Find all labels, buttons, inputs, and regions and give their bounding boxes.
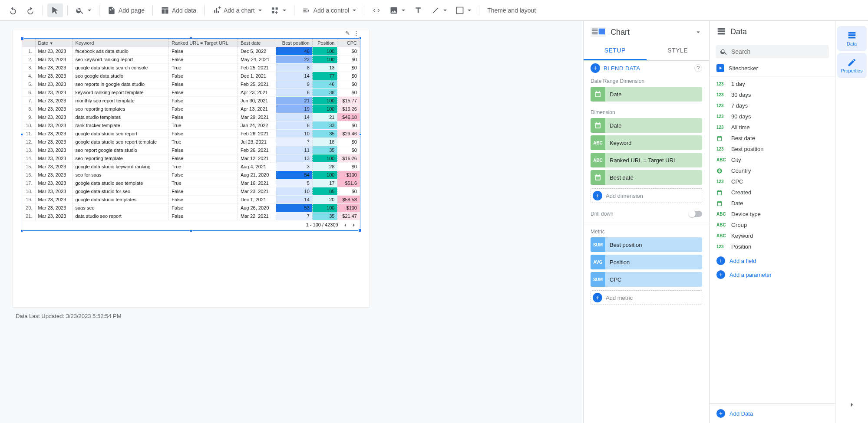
field-item[interactable]: ABCGroup bbox=[710, 220, 835, 230]
chart-type-icon[interactable] bbox=[591, 27, 606, 37]
add-chart-button[interactable]: Add a chart bbox=[209, 3, 265, 17]
col-header[interactable]: Ranked URL = Target URL bbox=[169, 39, 238, 47]
table-row[interactable]: 13.Mar 23, 2023seo report google data st… bbox=[22, 146, 360, 154]
rail-properties-button[interactable]: Properties bbox=[837, 53, 867, 78]
col-header[interactable]: Best position bbox=[276, 39, 312, 47]
dimension-chip[interactable]: Date bbox=[591, 118, 702, 133]
field-item[interactable]: 123All time bbox=[710, 122, 835, 133]
text-button[interactable] bbox=[410, 3, 426, 17]
expand-rail-icon[interactable] bbox=[848, 401, 856, 410]
table-chart[interactable]: ✎ ⋮ Date ▼KeywordRanked URL = Target URL… bbox=[22, 38, 360, 231]
section-metric: Metric bbox=[584, 224, 709, 237]
field-item[interactable]: ABCCity bbox=[710, 154, 835, 165]
add-parameter-link[interactable]: +Add a parameter bbox=[710, 268, 835, 282]
table-row[interactable]: 1.Mar 23, 2023facebook ads data studioFa… bbox=[22, 47, 360, 56]
svg-rect-5 bbox=[599, 29, 605, 35]
col-header[interactable]: Keyword bbox=[73, 39, 169, 47]
shape-button[interactable] bbox=[452, 3, 475, 17]
table-row[interactable]: 12.Mar 23, 2023google data studio seo re… bbox=[22, 138, 360, 146]
dimension-chip[interactable]: ABCKeyword bbox=[591, 135, 702, 150]
tab-style[interactable]: STYLE bbox=[647, 42, 710, 60]
field-item[interactable]: 123Best position bbox=[710, 144, 835, 154]
tab-setup[interactable]: SETUP bbox=[584, 42, 647, 60]
collapse-chart-icon[interactable] bbox=[694, 28, 702, 36]
add-data-button[interactable]: Add data bbox=[157, 3, 200, 17]
metric-chip[interactable]: AVGPosition bbox=[591, 255, 702, 269]
search-input[interactable] bbox=[731, 48, 825, 55]
drill-down-toggle[interactable] bbox=[689, 211, 702, 217]
field-item[interactable]: Country bbox=[710, 165, 835, 176]
table-row[interactable]: 14.Mar 23, 2023seo reporting templateFal… bbox=[22, 154, 360, 163]
theme-layout-button[interactable]: Theme and layout bbox=[484, 4, 539, 16]
field-item[interactable]: ABCKeyword bbox=[710, 230, 835, 241]
col-header[interactable]: CPC bbox=[337, 39, 360, 47]
zoom-button[interactable] bbox=[72, 3, 95, 17]
add-field-link[interactable]: +Add a field bbox=[710, 254, 835, 268]
field-item[interactable]: ABCDevice type bbox=[710, 209, 835, 220]
drd-chip-date[interactable]: Date bbox=[591, 87, 702, 102]
search-icon bbox=[720, 48, 728, 56]
field-item[interactable]: 1231 day bbox=[710, 79, 835, 89]
col-header[interactable]: Best date bbox=[238, 39, 276, 47]
table-row[interactable]: 19.Mar 23, 2023google data studio templa… bbox=[22, 196, 360, 204]
col-header[interactable]: Position bbox=[312, 39, 337, 47]
table-row[interactable]: 16.Mar 23, 2023seo for saasFalseAug 21, … bbox=[22, 171, 360, 179]
drill-down-label: Drill down bbox=[591, 211, 614, 217]
data-source-row[interactable]: Sitechecker bbox=[710, 62, 835, 77]
metric-chip[interactable]: SUMBest position bbox=[591, 237, 702, 252]
report-canvas[interactable]: ✎ ⋮ Date ▼KeywordRanked URL = Target URL… bbox=[0, 21, 583, 423]
dimension-chip[interactable]: Best date bbox=[591, 170, 702, 185]
field-item[interactable]: Date bbox=[710, 198, 835, 209]
field-item[interactable]: 1237 days bbox=[710, 100, 835, 111]
blend-data-icon[interactable]: + bbox=[591, 63, 600, 73]
undo-button[interactable] bbox=[5, 3, 21, 17]
table-row[interactable]: 17.Mar 23, 2023google data studio seo te… bbox=[22, 179, 360, 187]
help-icon[interactable]: ? bbox=[694, 64, 702, 72]
community-viz-button[interactable] bbox=[267, 3, 290, 17]
table-row[interactable]: 9.Mar 23, 2023data studio templatesFalse… bbox=[22, 113, 360, 121]
field-item[interactable]: 123CPC bbox=[710, 176, 835, 187]
field-item[interactable]: Created bbox=[710, 187, 835, 198]
add-page-button[interactable]: Add page bbox=[104, 3, 148, 17]
table-row[interactable]: 18.Mar 23, 2023google data studio for se… bbox=[22, 187, 360, 196]
edit-chart-icon[interactable]: ✎ bbox=[344, 29, 351, 37]
table-row[interactable]: 11.Mar 23, 2023google data studio seo re… bbox=[22, 130, 360, 138]
rail-data-button[interactable]: Data bbox=[837, 26, 867, 51]
dimension-chip[interactable]: ABCRanked URL = Target URL bbox=[591, 153, 702, 167]
line-button[interactable] bbox=[428, 3, 450, 17]
metric-chip[interactable]: SUMCPC bbox=[591, 272, 702, 287]
redo-button[interactable] bbox=[23, 3, 38, 17]
add-control-button[interactable]: Add a control bbox=[299, 3, 360, 17]
table-row[interactable]: 15.Mar 23, 2023google data studio keywor… bbox=[22, 163, 360, 171]
prev-page-icon[interactable] bbox=[342, 222, 348, 228]
status-text: Data Last Updated: 3/23/2023 5:52:54 PM bbox=[16, 313, 122, 319]
table-row[interactable]: 8.Mar 23, 2023seo reporting templatesFal… bbox=[22, 105, 360, 113]
svg-rect-2 bbox=[592, 30, 598, 31]
field-item[interactable]: 12330 days bbox=[710, 89, 835, 100]
table-row[interactable]: 3.Mar 23, 2023google data studio search … bbox=[22, 64, 360, 72]
field-item[interactable]: 12390 days bbox=[710, 111, 835, 122]
table-row[interactable]: 2.Mar 23, 2023seo keyword ranking report… bbox=[22, 56, 360, 64]
table-row[interactable]: 7.Mar 23, 2023monthly seo report templat… bbox=[22, 97, 360, 105]
table-row[interactable]: 5.Mar 23, 2023seo reports in google data… bbox=[22, 80, 360, 89]
table-row[interactable]: 21.Mar 23, 2023data studio seo reportFal… bbox=[22, 212, 360, 220]
next-page-icon[interactable] bbox=[351, 222, 357, 228]
blend-data-link[interactable]: BLEND DATA bbox=[604, 65, 640, 72]
table-row[interactable]: 4.Mar 23, 2023seo google data studioFals… bbox=[22, 72, 360, 80]
col-header[interactable]: Date ▼ bbox=[35, 39, 73, 47]
select-tool[interactable] bbox=[47, 3, 63, 17]
add-dimension-button[interactable]: +Add dimension bbox=[591, 188, 702, 203]
table-row[interactable]: 6.Mar 23, 2023keyword ranking report tem… bbox=[22, 89, 360, 97]
data-panel: Data Sitechecker 1231 day12330 days1237 … bbox=[709, 21, 835, 423]
field-item[interactable]: Best date bbox=[710, 133, 835, 144]
add-metric-button[interactable]: +Add metric bbox=[591, 290, 702, 305]
table-row[interactable]: 20.Mar 23, 2023saas seoFalseAug 26, 2020… bbox=[22, 204, 360, 212]
image-button[interactable] bbox=[386, 3, 409, 17]
field-item[interactable]: 123Position bbox=[710, 241, 835, 252]
embed-button[interactable] bbox=[369, 3, 384, 17]
table-row[interactable]: 10.Mar 23, 2023rank tracker templateTrue… bbox=[22, 121, 360, 130]
chart-menu-icon[interactable]: ⋮ bbox=[353, 29, 360, 37]
report-page: ✎ ⋮ Date ▼KeywordRanked URL = Target URL… bbox=[13, 30, 369, 307]
add-data-link[interactable]: +Add Data bbox=[710, 403, 835, 423]
col-header[interactable] bbox=[22, 39, 35, 47]
